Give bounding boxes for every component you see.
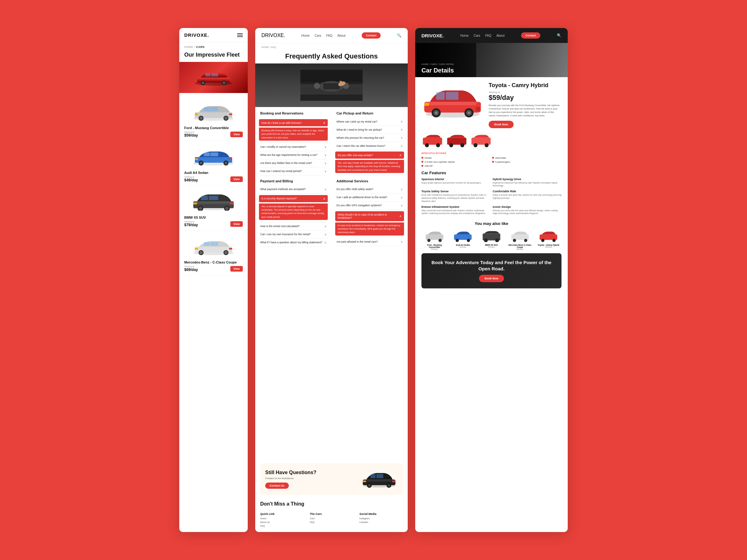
faq-item[interactable]: What do I need to bring for car pickup? …	[336, 126, 403, 134]
svg-rect-55	[323, 83, 340, 89]
spec-engine: 2.5-liter four-cylinder hybrid	[421, 161, 491, 163]
search-icon[interactable]: 🔍	[397, 33, 402, 38]
detail-logo: DRIVOXE.	[421, 33, 444, 38]
svg-point-23	[225, 161, 228, 165]
spec-label: 2.5-liter four-cylinder hybrid	[424, 161, 455, 163]
additional-title: Additional Services	[336, 179, 403, 183]
yml-item-audi[interactable]: Audi A4 Sedan $49/day	[450, 229, 476, 250]
book-now-button[interactable]: Book Now	[489, 121, 514, 128]
payment-title: Payment and Billing	[260, 179, 327, 183]
detail-nav-about[interactable]: About	[496, 34, 505, 37]
yml-item-mercedes[interactable]: Mercedes-Benz C-Class Coupe $60/day	[507, 229, 533, 250]
detail-contact-button[interactable]: Contact	[521, 32, 540, 38]
svg-point-103	[524, 239, 527, 242]
view-button-2[interactable]: View	[230, 221, 243, 227]
svg-rect-24	[210, 153, 218, 156]
car-thumbnails	[415, 133, 568, 152]
search-icon[interactable]: 🔍	[557, 33, 562, 38]
svg-point-90	[473, 143, 478, 147]
nav-link-cars[interactable]: Cars	[315, 34, 321, 37]
faq-item[interactable]: How do I book a car with Drivoxe? ∧ Book…	[260, 117, 327, 143]
faq-item[interactable]: How can I extend my rental period? ∨	[260, 167, 327, 176]
chevron-down-icon: ∨	[324, 169, 327, 173]
faq-question: What payment methods are accepted?	[260, 188, 306, 191]
yml-item-ford[interactable]: Ford - Mustang Convertible $59/day	[421, 229, 447, 250]
faq-item[interactable]: What should I do in case of an accident …	[336, 210, 403, 238]
svg-point-3	[202, 81, 205, 84]
view-button-0[interactable]: View	[230, 132, 243, 137]
pickup-title: Car Pickup and Return	[336, 111, 403, 115]
faq-item[interactable]: What's the process for returning the car…	[336, 134, 403, 142]
hamburger-menu[interactable]	[237, 33, 243, 37]
thumbnail-2[interactable]	[470, 133, 492, 149]
svg-rect-35	[209, 196, 218, 200]
svg-point-106	[552, 239, 556, 242]
feature-name: Hybrid Synergy Drive	[493, 178, 562, 181]
thumbnail-0[interactable]	[421, 133, 443, 149]
faq-item[interactable]: Do you offer one-way rentals? ∧ Yes, one…	[336, 150, 403, 176]
detail-nav-home[interactable]: Home	[460, 34, 469, 37]
car-price: $59/day	[184, 133, 198, 137]
nav-link-home[interactable]: Home	[301, 34, 310, 37]
footer-col-title: Quick Link	[260, 512, 304, 515]
faq-item[interactable]: Do you offer GPS navigation systems? ∨	[336, 202, 403, 210]
svg-point-85	[436, 143, 440, 147]
faq-item[interactable]: Where can I pick up my rental car? ∨	[336, 117, 403, 126]
faq-item[interactable]: What if I have a question about my billi…	[260, 239, 327, 247]
thumbnail-1[interactable]	[446, 133, 467, 149]
faq-item[interactable]: Can I return the car after business hour…	[336, 142, 403, 150]
nav-link-about[interactable]: About	[337, 34, 345, 37]
footer-link-about[interactable]: About Us	[260, 521, 304, 524]
faq-item[interactable]: What payment methods are accepted? ∨	[260, 185, 327, 193]
contact-us-button[interactable]: Contact Us	[265, 483, 289, 489]
svg-rect-81	[424, 103, 429, 106]
faq-item[interactable]: Are pets allowed in the rental cars? ∨	[336, 238, 403, 246]
faq-item[interactable]: What are the age requirements for rentin…	[260, 151, 327, 159]
svg-point-102	[513, 239, 516, 242]
car-price: $49/day	[184, 178, 198, 182]
detail-nav-cars[interactable]: Cars	[474, 34, 480, 37]
faq-item[interactable]: Can I use my own insurance for the renta…	[260, 231, 327, 239]
faq-item[interactable]: How is the rental cost calculated? ∨	[260, 222, 327, 231]
view-button-1[interactable]: View	[230, 177, 243, 182]
feature-ride: Comfortable Ride Enjoy a smooth and quie…	[493, 190, 562, 203]
yml-car-name: BMW X5 SUV	[479, 244, 505, 246]
svg-rect-60	[367, 480, 392, 482]
chevron-up-icon: ∧	[323, 197, 325, 201]
yml-item-toyota[interactable]: Toyota - Camry Hybrid $59/day	[535, 229, 562, 250]
car-description: Elevate your journey with the Ford Musta…	[489, 104, 562, 117]
nav-link-faq[interactable]: FAQ	[326, 34, 332, 37]
faq-answer: Yes, one-way rentals are available with …	[335, 160, 404, 173]
footer-link-cars[interactable]: Cars	[310, 517, 353, 520]
car-price: $79/day	[184, 223, 198, 227]
chevron-down-icon: ∨	[324, 188, 327, 191]
svg-rect-66	[370, 474, 376, 479]
feature-safety: Toyota Safety Sense Drive with confidenc…	[421, 190, 490, 203]
footer-link-faq[interactable]: FAQ	[260, 525, 304, 527]
footer-col-title: The Cars	[310, 512, 353, 515]
view-button-3[interactable]: View	[230, 266, 243, 272]
faq-item[interactable]: Can I add an additional driver to the re…	[336, 193, 403, 202]
footer-link-instagram[interactable]: Instagram	[360, 517, 403, 520]
faq-item[interactable]: Can I modify or cancel my reservation? ∨	[260, 143, 327, 151]
faq-logo: DRIVOXE.	[261, 33, 285, 38]
svg-point-105	[541, 239, 544, 242]
detail-nav-faq[interactable]: FAQ	[485, 34, 491, 37]
footer-link-home[interactable]: Home	[260, 517, 304, 520]
faq-item[interactable]: Are there any hidden fees in the rental …	[260, 159, 327, 167]
list-item: Mercedes-Benz - C-Class Coupe Starting a…	[179, 231, 248, 275]
yml-item-bmw[interactable]: BMW X5 SUV $79/day	[479, 229, 505, 250]
svg-rect-15	[204, 107, 210, 111]
footer-link-linkedin[interactable]: LinkedIn	[360, 521, 403, 524]
faq-item[interactable]: Do you offer child safety seats? ∨	[336, 185, 403, 193]
footer-link-faq2[interactable]: FAQ	[310, 521, 353, 524]
faq-question: Do you offer one-way rentals?	[338, 154, 373, 157]
feature-desc: Enjoy ample legroom and premium comfort …	[421, 181, 490, 185]
car-name: BMW X5 SUV	[184, 216, 243, 219]
svg-rect-67	[392, 481, 395, 482]
features-grid: Spacious Interior Enjoy ample legroom an…	[421, 178, 562, 215]
svg-rect-48	[195, 248, 198, 249]
adventure-book-button[interactable]: Book Now	[479, 275, 504, 282]
faq-contact-button[interactable]: Contact	[362, 32, 381, 38]
faq-item[interactable]: Is a security deposit required? ∧ Yes, a…	[260, 193, 327, 222]
